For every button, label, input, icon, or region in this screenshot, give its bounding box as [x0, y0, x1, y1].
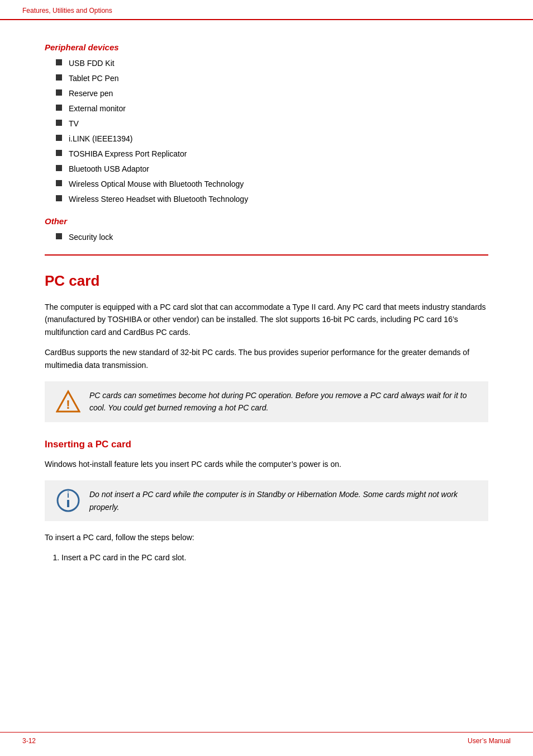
list-item-text: TOSHIBA Express Port Replicator: [69, 148, 187, 160]
manual-label: User’s Manual: [468, 737, 511, 745]
other-section: Other Security lock: [45, 216, 488, 243]
warning-text: PC cards can sometimes become hot during…: [89, 389, 477, 414]
content-area: Peripheral devices USB FDD KitTablet PC …: [0, 20, 533, 594]
section-divider: [45, 254, 488, 256]
pc-card-body1: The computer is equipped with a PC card …: [45, 301, 488, 338]
list-item-text: i.LINK (IEEE1394): [69, 133, 132, 145]
bullet-icon: [56, 74, 62, 81]
peripheral-devices-title: Peripheral devices: [45, 42, 488, 52]
list-item-text: Reserve pen: [69, 88, 113, 100]
bullet-icon: [56, 135, 62, 141]
other-title: Other: [45, 216, 488, 226]
page-container: Features, Utilities and Options Peripher…: [0, 0, 533, 756]
list-item-text: Tablet PC Pen: [69, 73, 119, 84]
list-item: External monitor: [56, 103, 488, 115]
pc-card-section: PC card The computer is equipped with a …: [45, 254, 488, 564]
list-item-text: Wireless Stereo Headset with Bluetooth T…: [69, 193, 248, 205]
list-item: Reserve pen: [56, 88, 488, 100]
list-item: Wireless Optical Mouse with Bluetooth Te…: [56, 178, 488, 190]
other-list: Security lock: [56, 231, 488, 243]
step-item: Insert a PC card in the PC card slot.: [61, 551, 488, 564]
list-item: Security lock: [56, 231, 488, 243]
bullet-icon: [56, 233, 62, 239]
list-item-text: Bluetooth USB Adaptor: [69, 163, 149, 175]
info-text: Do not insert a PC card while the comput…: [89, 488, 477, 513]
bullet-icon: [56, 180, 62, 186]
list-item: TV: [56, 118, 488, 130]
svg-text:!: !: [66, 398, 70, 412]
page-number: 3-12: [22, 737, 36, 745]
list-item-text: External monitor: [69, 103, 126, 115]
svg-rect-4: [67, 500, 69, 507]
list-item-text: Wireless Optical Mouse with Bluetooth Te…: [69, 178, 244, 190]
list-item: Bluetooth USB Adaptor: [56, 163, 488, 175]
bullet-icon: [56, 105, 62, 111]
bullet-icon: [56, 150, 62, 156]
steps-intro: To insert a PC card, follow the steps be…: [45, 531, 488, 544]
bullet-icon: [56, 195, 62, 201]
list-item: Wireless Stereo Headset with Bluetooth T…: [56, 193, 488, 205]
list-item-text: Security lock: [69, 231, 113, 243]
peripheral-devices-section: Peripheral devices USB FDD KitTablet PC …: [45, 42, 488, 205]
inserting-pc-card-title: Inserting a PC card: [45, 439, 488, 450]
info-notice: i Do not insert a PC card while the comp…: [45, 480, 488, 521]
warning-icon: !: [56, 389, 80, 414]
bullet-icon: [56, 59, 62, 65]
bullet-icon: [56, 89, 62, 96]
list-item-text: TV: [69, 118, 79, 130]
top-header: Features, Utilities and Options: [0, 0, 533, 20]
list-item: Tablet PC Pen: [56, 73, 488, 84]
svg-text:i: i: [67, 490, 69, 499]
breadcrumb: Features, Utilities and Options: [22, 7, 112, 15]
pc-card-title: PC card: [45, 272, 488, 290]
list-item: i.LINK (IEEE1394): [56, 133, 488, 145]
list-item: TOSHIBA Express Port Replicator: [56, 148, 488, 160]
bullet-icon: [56, 165, 62, 171]
peripheral-devices-list: USB FDD KitTablet PC PenReserve penExter…: [56, 58, 488, 205]
bullet-icon: [56, 120, 62, 126]
page-footer: 3-12 User’s Manual: [0, 732, 533, 745]
info-icon: i: [56, 488, 80, 513]
pc-card-body2: CardBus supports the new standard of 32-…: [45, 346, 488, 371]
warning-notice: ! PC cards can sometimes become hot duri…: [45, 381, 488, 422]
list-item: USB FDD Kit: [56, 58, 488, 69]
inserting-body: Windows hot-install feature lets you ins…: [45, 458, 488, 470]
list-item-text: USB FDD Kit: [69, 58, 115, 69]
steps-list: Insert a PC card in the PC card slot.: [61, 551, 488, 564]
